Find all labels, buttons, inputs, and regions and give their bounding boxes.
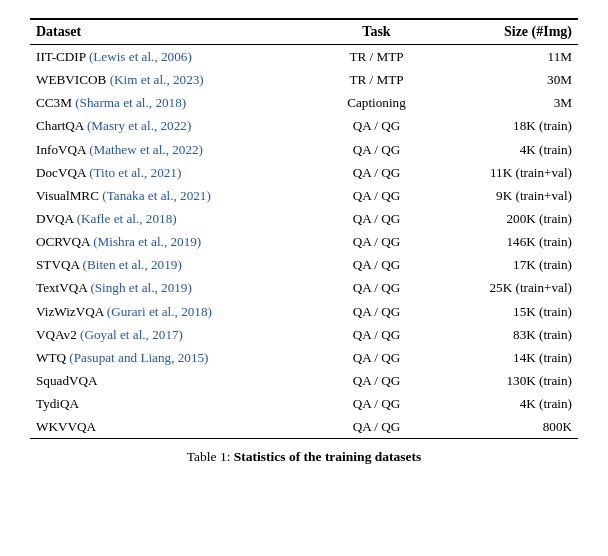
table-row: WKVVQAQA / QG800K [30, 415, 578, 439]
cell-dataset: WEBVICOB (Kim et al., 2023) [30, 68, 322, 91]
cell-dataset: VizWizVQA (Gurari et al., 2018) [30, 300, 322, 323]
table-row: TextVQA (Singh et al., 2019)QA / QG25K (… [30, 276, 578, 299]
cell-dataset: VisualMRC (Tanaka et al., 2021) [30, 184, 322, 207]
cell-task: QA / QG [322, 276, 432, 299]
cell-cite: (Masry et al., 2022) [87, 118, 191, 133]
cell-size: 4K (train) [431, 138, 578, 161]
cell-task: TR / MTP [322, 45, 432, 69]
cell-dataset: OCRVQA (Mishra et al., 2019) [30, 230, 322, 253]
cell-size: 30M [431, 68, 578, 91]
cell-dataset: STVQA (Biten et al., 2019) [30, 253, 322, 276]
caption-text: Statistics of the training datasets [230, 449, 421, 464]
cell-task: QA / QG [322, 415, 432, 439]
cell-cite: (Kim et al., 2023) [110, 72, 204, 87]
cell-size: 4K (train) [431, 392, 578, 415]
table-caption: Table 1: Statistics of the training data… [30, 449, 578, 465]
table-row: TydiQAQA / QG4K (train) [30, 392, 578, 415]
cell-cite: (Biten et al., 2019) [83, 257, 182, 272]
cell-dataset: ChartQA (Masry et al., 2022) [30, 114, 322, 137]
cell-dataset: SquadVQA [30, 369, 322, 392]
table-row: VizWizVQA (Gurari et al., 2018)QA / QG15… [30, 300, 578, 323]
table-container: Dataset Task Size (#Img) IIT-CDIP (Lewis… [30, 18, 578, 465]
cell-size: 130K (train) [431, 369, 578, 392]
table-row: DocVQA (Tito et al., 2021)QA / QG11K (tr… [30, 161, 578, 184]
cell-dataset: DocVQA (Tito et al., 2021) [30, 161, 322, 184]
cell-cite: (Sharma et al., 2018) [75, 95, 186, 110]
cell-size: 25K (train+val) [431, 276, 578, 299]
cell-size: 11K (train+val) [431, 161, 578, 184]
caption-prefix: Table 1: [187, 449, 231, 464]
table-row: VisualMRC (Tanaka et al., 2021)QA / QG9K… [30, 184, 578, 207]
cell-cite: (Lewis et al., 2006) [89, 49, 192, 64]
cell-size: 83K (train) [431, 323, 578, 346]
cell-cite: (Singh et al., 2019) [90, 280, 191, 295]
cell-task: QA / QG [322, 161, 432, 184]
table-row: WTQ (Pasupat and Liang, 2015)QA / QG14K … [30, 346, 578, 369]
cell-size: 3M [431, 91, 578, 114]
table-row: DVQA (Kafle et al., 2018)QA / QG200K (tr… [30, 207, 578, 230]
cell-task: QA / QG [322, 300, 432, 323]
cell-cite: (Goyal et al., 2017) [80, 327, 183, 342]
cell-cite: (Mathew et al., 2022) [89, 142, 203, 157]
cell-dataset: TextVQA (Singh et al., 2019) [30, 276, 322, 299]
cell-size: 18K (train) [431, 114, 578, 137]
table-row: OCRVQA (Mishra et al., 2019)QA / QG146K … [30, 230, 578, 253]
cell-dataset: IIT-CDIP (Lewis et al., 2006) [30, 45, 322, 69]
table-row: ChartQA (Masry et al., 2022)QA / QG18K (… [30, 114, 578, 137]
table-header-row: Dataset Task Size (#Img) [30, 19, 578, 45]
cell-cite: (Tanaka et al., 2021) [102, 188, 211, 203]
cell-dataset: WKVVQA [30, 415, 322, 439]
cell-task: QA / QG [322, 346, 432, 369]
cell-dataset: TydiQA [30, 392, 322, 415]
cell-cite: (Tito et al., 2021) [89, 165, 181, 180]
table-row: VQAv2 (Goyal et al., 2017)QA / QG83K (tr… [30, 323, 578, 346]
cell-size: 9K (train+val) [431, 184, 578, 207]
cell-task: TR / MTP [322, 68, 432, 91]
cell-task: QA / QG [322, 253, 432, 276]
table-row: InfoVQA (Mathew et al., 2022)QA / QG4K (… [30, 138, 578, 161]
cell-dataset: CC3M (Sharma et al., 2018) [30, 91, 322, 114]
table-row: CC3M (Sharma et al., 2018)Captioning3M [30, 91, 578, 114]
cell-size: 17K (train) [431, 253, 578, 276]
table-row: SquadVQAQA / QG130K (train) [30, 369, 578, 392]
table-row: STVQA (Biten et al., 2019)QA / QG17K (tr… [30, 253, 578, 276]
col-header-dataset: Dataset [30, 19, 322, 45]
table-row: WEBVICOB (Kim et al., 2023)TR / MTP30M [30, 68, 578, 91]
cell-task: QA / QG [322, 369, 432, 392]
cell-dataset: InfoVQA (Mathew et al., 2022) [30, 138, 322, 161]
cell-cite: (Mishra et al., 2019) [93, 234, 201, 249]
cell-cite: (Pasupat and Liang, 2015) [69, 350, 208, 365]
cell-task: Captioning [322, 91, 432, 114]
cell-task: QA / QG [322, 114, 432, 137]
cell-size: 200K (train) [431, 207, 578, 230]
cell-cite: (Kafle et al., 2018) [77, 211, 177, 226]
cell-dataset: VQAv2 (Goyal et al., 2017) [30, 323, 322, 346]
col-header-task: Task [322, 19, 432, 45]
cell-task: QA / QG [322, 138, 432, 161]
cell-size: 146K (train) [431, 230, 578, 253]
cell-task: QA / QG [322, 392, 432, 415]
data-table: Dataset Task Size (#Img) IIT-CDIP (Lewis… [30, 18, 578, 439]
cell-size: 800K [431, 415, 578, 439]
cell-task: QA / QG [322, 207, 432, 230]
cell-task: QA / QG [322, 323, 432, 346]
cell-dataset: WTQ (Pasupat and Liang, 2015) [30, 346, 322, 369]
cell-size: 14K (train) [431, 346, 578, 369]
cell-cite: (Gurari et al., 2018) [107, 304, 212, 319]
cell-size: 11M [431, 45, 578, 69]
col-header-size: Size (#Img) [431, 19, 578, 45]
cell-task: QA / QG [322, 230, 432, 253]
cell-dataset: DVQA (Kafle et al., 2018) [30, 207, 322, 230]
table-row: IIT-CDIP (Lewis et al., 2006)TR / MTP11M [30, 45, 578, 69]
cell-size: 15K (train) [431, 300, 578, 323]
cell-task: QA / QG [322, 184, 432, 207]
